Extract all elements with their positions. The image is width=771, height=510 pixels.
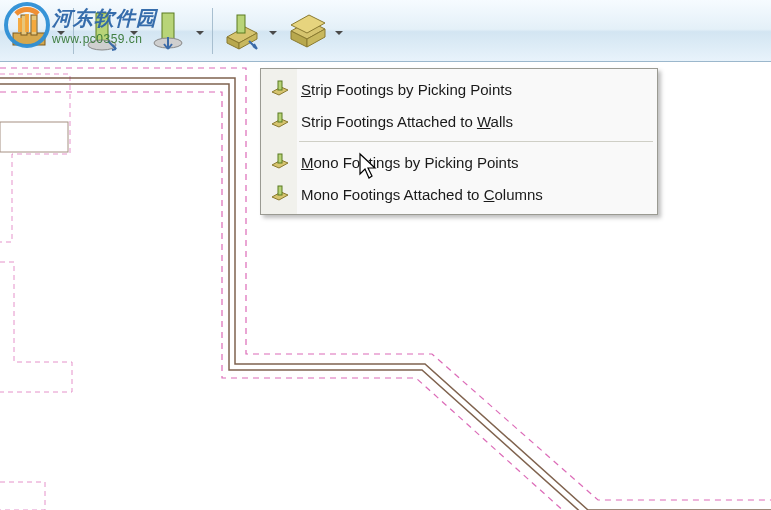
footing-icon bbox=[269, 183, 291, 205]
menu-item-label: Strip Footings Attached to Walls bbox=[301, 113, 513, 130]
menu-item-label: Mono Footings by Picking Points bbox=[301, 154, 519, 171]
chevron-down-icon bbox=[267, 25, 279, 37]
svg-rect-2 bbox=[21, 15, 27, 35]
svg-rect-15 bbox=[278, 154, 282, 163]
column-down-icon bbox=[146, 9, 190, 53]
toolbar bbox=[0, 0, 771, 62]
svg-rect-0 bbox=[0, 122, 68, 152]
menu-separator bbox=[299, 141, 653, 142]
structure-icon bbox=[7, 9, 51, 53]
toolbar-separator bbox=[73, 8, 74, 54]
chevron-down-icon bbox=[194, 25, 206, 37]
footing-icon bbox=[269, 110, 291, 132]
footings-dropdown-menu: Strip Footings by Picking Points Strip F… bbox=[260, 68, 658, 215]
toolbar-separator bbox=[212, 8, 213, 54]
menu-item-label: Strip Footings by Picking Points bbox=[301, 81, 512, 98]
svg-rect-14 bbox=[278, 113, 282, 122]
footing-icon bbox=[269, 78, 291, 100]
chevron-down-icon bbox=[55, 25, 67, 37]
svg-rect-6 bbox=[162, 13, 174, 39]
footing-icon bbox=[269, 151, 291, 173]
column-icon bbox=[80, 9, 124, 53]
footing-icon bbox=[219, 9, 263, 53]
svg-rect-3 bbox=[31, 15, 37, 35]
tool-5[interactable] bbox=[283, 4, 347, 58]
slab-icon bbox=[285, 9, 329, 53]
menu-mono-footings-columns[interactable]: Mono Footings Attached to Columns bbox=[263, 178, 655, 210]
chevron-down-icon bbox=[128, 25, 140, 37]
menu-item-label: Mono Footings Attached to Columns bbox=[301, 186, 543, 203]
tool-footings[interactable] bbox=[217, 4, 281, 58]
tool-1[interactable] bbox=[5, 4, 69, 58]
tool-2[interactable] bbox=[78, 4, 142, 58]
svg-rect-1 bbox=[13, 33, 45, 45]
menu-strip-footings-walls[interactable]: Strip Footings Attached to Walls bbox=[263, 105, 655, 137]
menu-strip-footings-points[interactable]: Strip Footings by Picking Points bbox=[263, 73, 655, 105]
svg-rect-13 bbox=[278, 81, 282, 90]
svg-rect-8 bbox=[237, 15, 245, 33]
svg-rect-4 bbox=[96, 13, 108, 43]
chevron-down-icon bbox=[333, 25, 345, 37]
menu-mono-footings-points[interactable]: Mono Footings by Picking Points bbox=[263, 146, 655, 178]
svg-rect-16 bbox=[278, 186, 282, 195]
tool-3[interactable] bbox=[144, 4, 208, 58]
